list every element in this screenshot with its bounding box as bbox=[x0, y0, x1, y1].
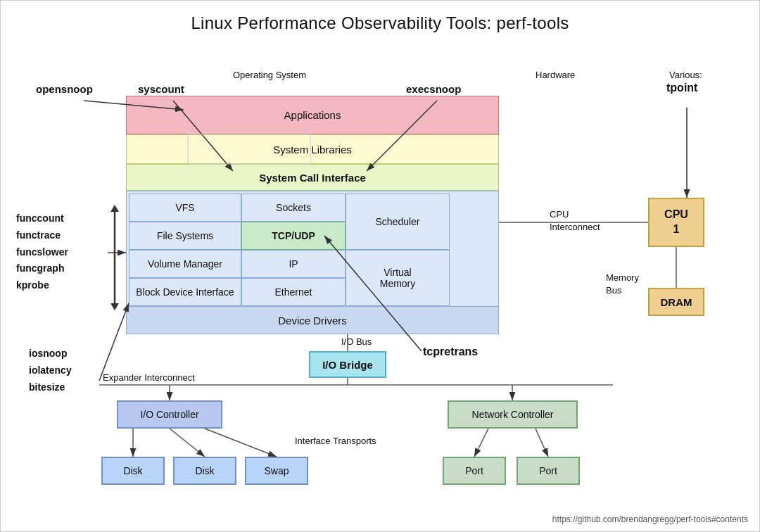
blockdev-cell: Block Device Interface bbox=[129, 278, 241, 306]
funcslower-label: funcslower bbox=[16, 244, 68, 261]
iocontroller-box: I/O Controller bbox=[117, 400, 222, 429]
tcpretrans-label: tcpretrans bbox=[423, 346, 478, 358]
filesystems-cell: File Systems bbox=[129, 222, 241, 250]
netcontroller-box: Network Controller bbox=[448, 400, 578, 429]
iolatency-label: iolatency bbox=[29, 362, 72, 379]
svg-marker-10 bbox=[110, 303, 119, 310]
expander-interconnect-label: Expander Interconnect bbox=[103, 372, 195, 383]
vfs-cell: VFS bbox=[129, 194, 241, 222]
virtualmem-cell: Virtual Memory bbox=[346, 250, 450, 306]
svg-line-17 bbox=[170, 429, 205, 457]
hardware-label: Hardware bbox=[536, 70, 575, 80]
svg-marker-9 bbox=[110, 205, 119, 212]
execsnoop-label: execsnoop bbox=[406, 83, 461, 95]
svg-line-21 bbox=[536, 429, 548, 457]
iobus-label: I/O Bus bbox=[341, 336, 372, 347]
io-tools-group: iosnoop iolatency bitesize bbox=[29, 346, 72, 395]
funcgraph-label: funcgraph bbox=[16, 260, 68, 277]
port2-box: Port bbox=[517, 457, 580, 485]
memory-bus-label: Memory Bus bbox=[606, 272, 639, 297]
applications-layer: Applications bbox=[126, 96, 499, 134]
page-title: Linux Performance Observability Tools: p… bbox=[1, 1, 759, 40]
tpoint-label: tpoint bbox=[666, 82, 697, 94]
volumemgr-cell: Volume Manager bbox=[129, 250, 241, 278]
functrace-label: functrace bbox=[16, 227, 68, 244]
dram-box: DRAM bbox=[648, 288, 704, 316]
tcpudp-cell: TCP/UDP bbox=[241, 222, 346, 250]
svg-line-18 bbox=[205, 429, 277, 457]
port1-box: Port bbox=[443, 457, 506, 485]
sockets-cell: Sockets bbox=[241, 194, 346, 222]
opensnoop-label: opensnoop bbox=[36, 83, 93, 95]
svg-line-20 bbox=[474, 429, 488, 457]
various-label: Various: bbox=[669, 70, 702, 80]
expander-line bbox=[99, 384, 613, 386]
funccount-label: funccount bbox=[16, 210, 68, 227]
syscall-layer: System Call Interface bbox=[126, 164, 499, 191]
cpu-box: CPU 1 bbox=[648, 198, 704, 247]
disk2-box: Disk bbox=[173, 457, 236, 485]
diagram-container: Linux Performance Observability Tools: p… bbox=[0, 0, 760, 532]
iobridge-box: I/O Bridge bbox=[309, 351, 386, 378]
os-label: Operating System bbox=[233, 70, 306, 80]
svg-line-11 bbox=[99, 303, 129, 381]
syscount-label: syscount bbox=[138, 83, 184, 95]
iosnoop-label: iosnoop bbox=[29, 346, 72, 362]
bitesize-label: bitesize bbox=[29, 379, 72, 396]
interface-transports-label: Interface Transports bbox=[295, 436, 376, 446]
url-label: https://github.com/brendangregg/perf-too… bbox=[552, 514, 748, 524]
func-tools-group: funccount functrace funcslower funcgraph… bbox=[16, 210, 68, 294]
kprobe-label: kprobe bbox=[16, 277, 68, 294]
ip-cell: IP bbox=[241, 250, 346, 278]
ethernet-cell: Ethernet bbox=[241, 278, 346, 306]
cpu-interconnect-label: CPU Interconnect bbox=[550, 208, 600, 234]
disk1-box: Disk bbox=[101, 457, 165, 485]
swap-box: Swap bbox=[245, 457, 308, 485]
devdrivers-layer: Device Drivers bbox=[126, 306, 499, 334]
scheduler-cell: Scheduler bbox=[346, 194, 450, 250]
syslibs-layer: System Libraries bbox=[126, 134, 499, 164]
